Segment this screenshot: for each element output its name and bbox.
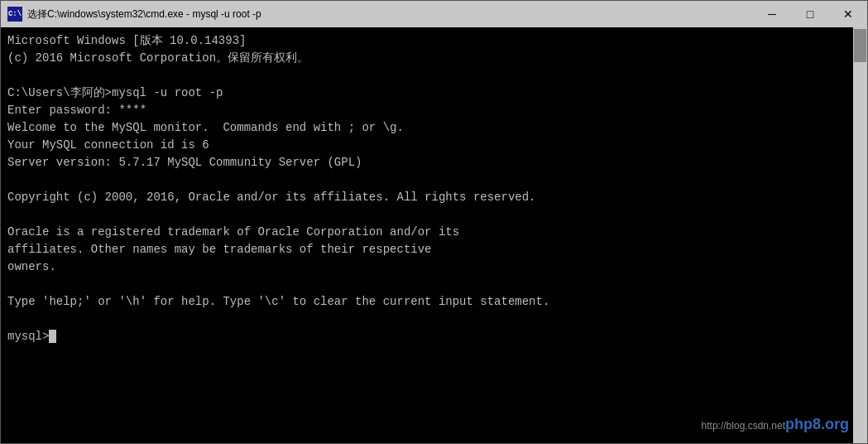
watermark-blue-text: php8.org — [785, 416, 849, 432]
window: C:\ 选择C:\windows\system32\cmd.exe - mysq… — [0, 0, 868, 444]
scrollbar[interactable] — [853, 27, 867, 443]
cmd-icon: C:\ — [7, 7, 22, 22]
content-area: Microsoft Windows [版本 10.0.14393] (c) 20… — [1, 27, 867, 443]
window-title: 选择C:\windows\system32\cmd.exe - mysql -u… — [27, 7, 861, 22]
window-controls: ─ □ ✕ — [753, 1, 867, 27]
terminal-output: Microsoft Windows [版本 10.0.14393] (c) 20… — [1, 27, 853, 443]
watermark-grey-text: http://blog.csdn.net — [702, 420, 785, 432]
close-button[interactable]: ✕ — [829, 1, 867, 27]
maximize-button[interactable]: □ — [791, 1, 829, 27]
minimize-button[interactable]: ─ — [753, 1, 791, 27]
titlebar: C:\ 选择C:\windows\system32\cmd.exe - mysq… — [1, 1, 867, 27]
scrollbar-thumb[interactable] — [854, 29, 866, 62]
cursor — [49, 330, 55, 343]
watermark: http://blog.csdn.netphp8.org — [702, 416, 849, 433]
